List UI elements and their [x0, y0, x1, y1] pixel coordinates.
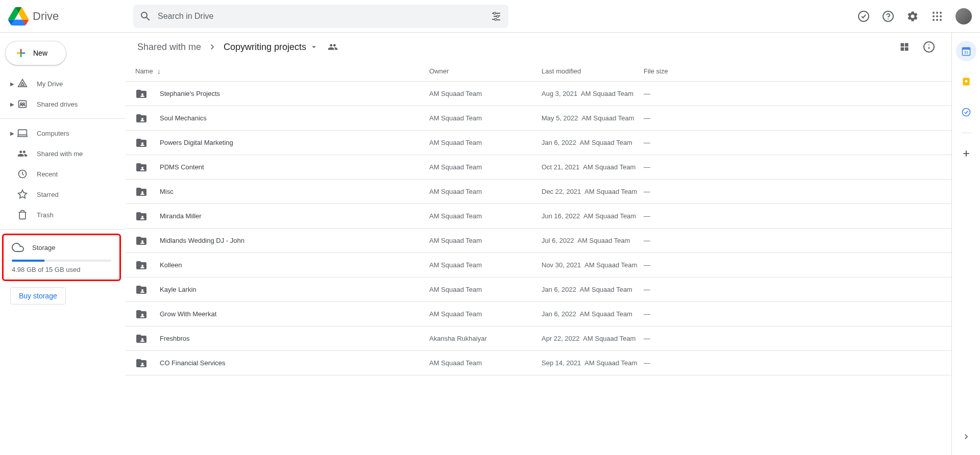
row-size: — [644, 237, 943, 244]
column-owner[interactable]: Owner [429, 67, 542, 75]
sidebar-item-trash[interactable]: Trash [0, 205, 119, 225]
apps-grid-icon[interactable] [927, 6, 947, 27]
column-modified[interactable]: Last modified [542, 67, 644, 75]
tasks-app-icon[interactable] [956, 102, 976, 122]
info-icon[interactable] [919, 37, 939, 57]
nav-label: Recent [37, 170, 58, 178]
row-name: CO Financial Services [160, 359, 226, 367]
breadcrumb: Shared with me Copywriting projects [137, 37, 343, 57]
breadcrumb-parent[interactable]: Shared with me [137, 42, 201, 53]
table-row[interactable]: Midlands Wedding DJ - JohnAM Squaad Team… [125, 229, 951, 253]
svg-point-31 [141, 289, 143, 291]
table-row[interactable]: Soul MechanicsAM Squaad TeamMay 5, 2022 … [125, 106, 951, 131]
svg-point-11 [940, 15, 942, 17]
search-box[interactable] [133, 5, 508, 28]
calendar-app-icon[interactable]: 31 [956, 41, 976, 61]
svg-point-6 [933, 12, 935, 14]
nav-label: Computers [37, 130, 69, 137]
svg-point-10 [936, 15, 938, 17]
storage-label: Storage [32, 244, 56, 251]
breadcrumb-current[interactable]: Copywriting projects [224, 42, 318, 53]
svg-point-22 [928, 44, 929, 45]
svg-point-5 [888, 18, 889, 19]
row-name: Soul Mechanics [160, 114, 207, 122]
dropdown-arrow-icon [309, 42, 318, 52]
sidebar-item-my-drive[interactable]: ▶My Drive [0, 73, 119, 94]
svg-rect-15 [19, 100, 27, 107]
svg-point-16 [20, 103, 22, 105]
table-row[interactable]: Stephanie's ProjectsAM Squaad TeamAug 3,… [125, 82, 951, 106]
svg-point-12 [933, 19, 935, 21]
content: Shared with me Copywriting projects [125, 33, 951, 455]
row-size: — [644, 188, 943, 195]
table-row[interactable]: FreshbrosAkansha RukhaiyarApr 22, 2022 A… [125, 326, 951, 351]
row-name: Miranda Miller [160, 212, 202, 220]
divider [961, 133, 971, 133]
nav-label: Starred [37, 191, 59, 198]
row-name: Grow With Meerkat [160, 310, 216, 318]
nav-icon [16, 99, 29, 109]
support-icon[interactable] [878, 6, 898, 27]
row-size: — [644, 261, 943, 269]
side-panel: 31 [951, 33, 980, 455]
svg-point-7 [936, 12, 938, 14]
column-size[interactable]: File size [644, 67, 943, 75]
row-owner: AM Squaad Team [429, 286, 542, 293]
settings-icon[interactable] [902, 6, 923, 27]
search-input[interactable] [158, 12, 490, 21]
sidebar: New ▶My Drive▶Shared drives ▶ComputersSh… [0, 33, 125, 455]
logo-section[interactable]: Drive [8, 6, 133, 27]
storage-highlight: Storage 4.98 GB of 15 GB used [2, 234, 121, 281]
shared-folder-icon [135, 284, 148, 296]
row-owner: AM Squaad Team [429, 261, 542, 269]
new-button[interactable]: New [5, 41, 66, 65]
column-name[interactable]: Name ↓ [133, 67, 429, 75]
shared-icon[interactable] [323, 37, 343, 57]
shared-folder-icon [135, 210, 148, 222]
sidebar-item-shared-with-me[interactable]: Shared with me [0, 143, 119, 164]
table-row[interactable]: Miranda MillerAM Squaad TeamJun 16, 2022… [125, 204, 951, 229]
sidebar-item-computers[interactable]: ▶Computers [0, 123, 119, 143]
sidebar-item-starred[interactable]: Starred [0, 184, 119, 205]
nav-label: My Drive [37, 80, 63, 88]
row-modified: May 5, 2022 AM Squaad Team [542, 114, 644, 122]
nav-label: Trash [37, 211, 54, 219]
table-row[interactable]: Powers Digital MarketingAM Squaad TeamJa… [125, 131, 951, 155]
table-row[interactable]: KolleenAM Squaad TeamNov 30, 2021 AM Squ… [125, 253, 951, 277]
svg-point-30 [141, 265, 143, 267]
svg-point-40 [962, 109, 970, 116]
new-button-label: New [33, 49, 47, 57]
add-app-icon[interactable] [956, 143, 976, 164]
table-row[interactable]: MiscAM Squaad TeamDec 22, 2021 AM Squaad… [125, 180, 951, 204]
file-list[interactable]: Stephanie's ProjectsAM Squaad TeamAug 3,… [125, 82, 951, 455]
collapse-panel-icon[interactable] [956, 426, 976, 447]
nav-icon [16, 210, 29, 220]
table-row[interactable]: Grow With MeerkatAM Squaad TeamJan 6, 20… [125, 302, 951, 326]
keep-app-icon[interactable] [956, 71, 976, 92]
row-size: — [644, 90, 943, 97]
row-owner: AM Squaad Team [429, 90, 542, 97]
row-modified: Jan 6, 2022 AM Squaad Team [542, 310, 644, 318]
svg-point-25 [141, 142, 143, 144]
svg-point-23 [141, 93, 143, 95]
filter-icon[interactable] [490, 10, 502, 22]
table-row[interactable]: CO Financial ServicesAM Squaad TeamSep 1… [125, 351, 951, 375]
svg-point-3 [859, 11, 869, 21]
grid-view-icon[interactable] [894, 37, 915, 57]
avatar[interactable] [955, 8, 972, 24]
shared-folder-icon [135, 88, 148, 100]
offline-ready-icon[interactable] [853, 6, 874, 27]
svg-point-32 [141, 314, 143, 316]
svg-text:31: 31 [964, 50, 968, 55]
sidebar-item-recent[interactable]: Recent [0, 164, 119, 184]
buy-storage-button[interactable]: Buy storage [10, 287, 66, 305]
row-modified: Apr 22, 2022 AM Squaad Team [542, 335, 644, 342]
search-section [133, 5, 508, 28]
row-name: Kayle Larkin [160, 286, 197, 293]
table-row[interactable]: PDMS ContentAM Squaad TeamOct 21, 2021 A… [125, 155, 951, 180]
table-row[interactable]: Kayle LarkinAM Squaad TeamJan 6, 2022 AM… [125, 277, 951, 302]
row-owner: AM Squaad Team [429, 212, 542, 220]
nav-icon [16, 189, 29, 199]
sidebar-storage[interactable]: Storage [12, 241, 111, 254]
sidebar-item-shared-drives[interactable]: ▶Shared drives [0, 94, 119, 114]
